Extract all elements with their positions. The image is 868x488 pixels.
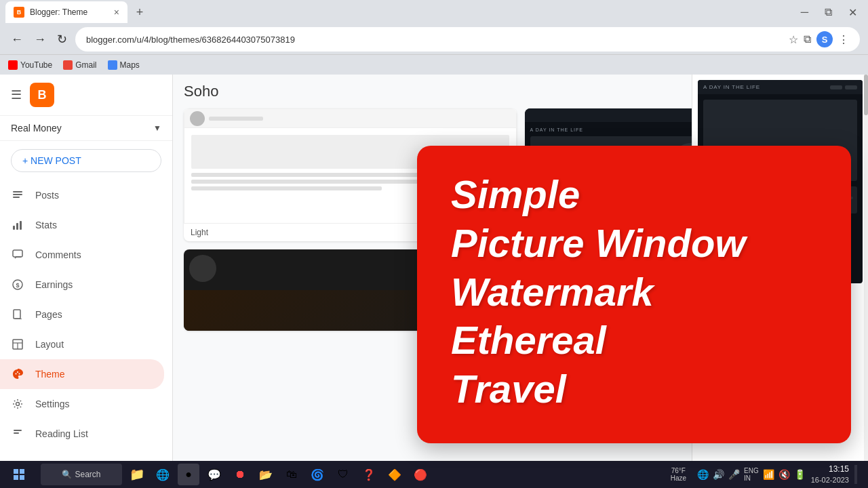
theme-label: Theme <box>35 369 65 380</box>
posts-label: Posts <box>35 190 59 201</box>
extensions-icon[interactable]: ⧉ <box>804 33 811 45</box>
scrollbar[interactable] <box>864 75 868 468</box>
sidebar-item-reading-list[interactable]: Reading List <box>0 419 164 449</box>
svg-rect-19 <box>14 432 19 434</box>
svg-rect-1 <box>13 194 22 195</box>
taskbar-teams[interactable]: 💬 <box>203 464 225 485</box>
blogger-logo: B <box>30 83 54 107</box>
svg-rect-21 <box>20 469 24 474</box>
sidebar-item-comments[interactable]: Comments <box>0 240 164 270</box>
hamburger-icon[interactable]: ☰ <box>11 87 22 102</box>
taskbar-app2[interactable]: 🔴 <box>410 464 431 485</box>
earnings-label: Earnings <box>35 279 73 290</box>
close-button[interactable]: ✕ <box>843 5 863 20</box>
sidebar-item-layout[interactable]: Layout <box>0 329 164 359</box>
gmail-favicon <box>63 60 73 70</box>
comments-icon <box>11 248 24 262</box>
app-container: ☰ B Real Money ▼ + NEW POST Posts <box>0 75 868 468</box>
taskbar-chrome[interactable]: ● <box>178 464 199 485</box>
wifi-icon[interactable]: 📶 <box>763 469 774 480</box>
mic-icon[interactable]: 🎤 <box>728 469 740 480</box>
time-display[interactable]: 13:15 16-02-2023 <box>811 464 849 485</box>
sidebar-item-theme[interactable]: Theme <box>0 359 164 389</box>
layout-label: Layout <box>35 339 64 350</box>
window-controls: ─ ⧉ ✕ <box>795 5 863 20</box>
svg-rect-3 <box>13 226 15 230</box>
search-label: Search <box>75 470 100 479</box>
bookmarks-bar: YouTube Gmail Maps <box>0 54 868 75</box>
tab-favicon: B <box>14 7 24 18</box>
weather-desc: Haze <box>671 474 686 482</box>
settings-icon <box>11 397 24 411</box>
minimize-button[interactable]: ─ <box>795 5 814 20</box>
svg-rect-5 <box>20 221 22 230</box>
taskbar-edge[interactable]: 🌐 <box>152 464 174 485</box>
start-button[interactable] <box>5 464 33 485</box>
taskbar-browser2[interactable]: 🌀 <box>307 464 328 485</box>
taskbar-recording[interactable]: ⏺ <box>229 464 251 485</box>
sidebar-item-stats[interactable]: Stats <box>0 210 164 240</box>
refresh-button[interactable]: ↻ <box>54 29 70 49</box>
sidebar-item-pages[interactable]: Pages <box>0 300 164 329</box>
overlay-item-travel: Travel <box>451 367 817 411</box>
overlay-item-ethereal: Ethereal <box>451 319 817 362</box>
active-tab[interactable]: B Blogger: Theme × <box>5 1 127 23</box>
taskbar-search[interactable]: 🔍 Search <box>41 464 122 485</box>
bookmark-youtube[interactable]: YouTube <box>8 60 52 70</box>
sidebar-item-posts[interactable]: Posts <box>0 180 164 210</box>
taskbar-explorer[interactable]: 📁 <box>126 464 148 485</box>
taskbar: 🔍 Search 📁 🌐 ● 💬 ⏺ 📂 🛍 🌀 🛡 ❓ 🔶 🔴 76°F Ha… <box>0 461 868 488</box>
new-post-label: + NEW POST <box>22 155 81 166</box>
svg-point-17 <box>16 403 20 406</box>
profile-icon[interactable]: S <box>816 31 833 47</box>
svg-rect-2 <box>13 197 20 198</box>
sidebar-nav: Posts Stats <box>0 180 172 468</box>
overlay-item-watermark: Watermark <box>451 270 817 314</box>
forward-button[interactable]: → <box>31 30 49 49</box>
menu-icon[interactable]: ⋮ <box>838 33 849 46</box>
back-button[interactable]: ← <box>8 30 26 49</box>
bookmark-gmail-label: Gmail <box>75 60 96 70</box>
blogger-logo-letter: B <box>38 88 47 102</box>
sidebar: ☰ B Real Money ▼ + NEW POST Posts <box>0 75 173 468</box>
volume-icon[interactable]: 🔊 <box>713 469 724 480</box>
blog-name: Real Money <box>11 123 148 134</box>
bookmark-maps-label: Maps <box>120 60 140 70</box>
restore-button[interactable]: ⧉ <box>819 5 837 20</box>
tab-title: Blogger: Theme <box>30 7 108 17</box>
bookmark-youtube-label: YouTube <box>20 60 52 70</box>
url-input[interactable]: blogger.com/u/4/blog/themes/636826440307… <box>75 27 860 52</box>
stats-icon <box>11 218 24 232</box>
sidebar-header: ☰ B <box>0 75 172 116</box>
svg-point-16 <box>19 373 20 375</box>
taskbar-store[interactable]: 🛍 <box>281 464 302 485</box>
bookmark-gmail[interactable]: Gmail <box>63 60 96 70</box>
battery-icon[interactable]: 🔋 <box>794 469 806 480</box>
comments-label: Comments <box>35 249 81 260</box>
svg-rect-22 <box>14 475 18 480</box>
weather-temp: 76°F <box>671 467 686 474</box>
taskbar-app1[interactable]: 🔶 <box>384 464 406 485</box>
tab-close-button[interactable]: × <box>114 7 119 18</box>
blog-selector[interactable]: Real Money ▼ <box>0 116 172 141</box>
search-icon: 🔍 <box>62 470 72 479</box>
maps-favicon <box>108 60 117 70</box>
new-tab-button[interactable]: + <box>130 3 149 22</box>
network-icon[interactable]: 🌐 <box>697 469 709 480</box>
taskbar-vpn[interactable]: 🛡 <box>332 464 354 485</box>
taskbar-help[interactable]: ❓ <box>358 464 380 485</box>
bookmark-star-icon[interactable]: ☆ <box>789 33 798 46</box>
show-desktop-button[interactable] <box>854 465 857 484</box>
scroll-thumb[interactable] <box>864 75 868 115</box>
reading-list-label: Reading List <box>35 428 88 439</box>
sidebar-item-earnings[interactable]: $ Earnings <box>0 270 164 300</box>
bookmark-maps[interactable]: Maps <box>108 60 140 70</box>
svg-text:$: $ <box>16 282 19 289</box>
settings-label: Settings <box>35 399 70 409</box>
new-post-button[interactable]: + NEW POST <box>11 149 161 172</box>
clock-date: 16-02-2023 <box>811 475 849 485</box>
earnings-icon: $ <box>11 278 24 291</box>
mute-icon[interactable]: 🔇 <box>778 469 790 480</box>
sidebar-item-settings[interactable]: Settings <box>0 389 164 419</box>
taskbar-files[interactable]: 📂 <box>255 464 277 485</box>
